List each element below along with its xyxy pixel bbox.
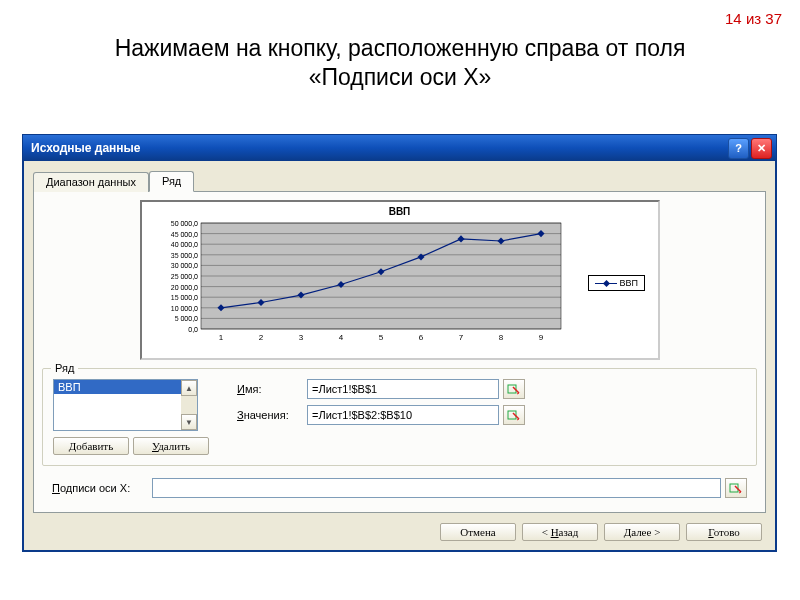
button-row: Отмена < Назад Далее > Готово	[33, 513, 766, 541]
values-range-selector-button[interactable]	[503, 405, 525, 425]
dialog-body: Диапазон данных Ряд ВВП 0,05 000,010 000…	[23, 161, 776, 551]
close-button[interactable]: ✕	[751, 138, 772, 159]
name-range-selector-button[interactable]	[503, 379, 525, 399]
name-input[interactable]	[307, 379, 499, 399]
titlebar[interactable]: Исходные данные ? ✕	[23, 135, 776, 161]
svg-text:5 000,0: 5 000,0	[174, 315, 197, 322]
scroll-down-icon[interactable]: ▼	[181, 414, 197, 430]
scrollbar[interactable]: ▲ ▼	[181, 380, 197, 430]
legend-marker-icon	[595, 283, 617, 284]
series-group: Ряд ВВП ▲ ▼ ДДобавитьобавить	[42, 368, 757, 466]
svg-text:30 000,0: 30 000,0	[170, 262, 197, 269]
svg-text:5: 5	[378, 333, 383, 342]
svg-text:45 000,0: 45 000,0	[170, 231, 197, 238]
cancel-button[interactable]: Отмена	[440, 523, 516, 541]
range-selector-icon	[507, 383, 521, 395]
dialog-window: Исходные данные ? ✕ Диапазон данных Ряд …	[22, 134, 777, 552]
help-button[interactable]: ?	[728, 138, 749, 159]
add-series-button[interactable]: ДДобавитьобавить	[53, 437, 129, 455]
svg-text:10 000,0: 10 000,0	[170, 305, 197, 312]
svg-text:7: 7	[458, 333, 463, 342]
page-number: 14 из 37	[725, 10, 782, 27]
next-button[interactable]: Далее >	[604, 523, 680, 541]
window-title: Исходные данные	[31, 141, 726, 155]
svg-text:20 000,0: 20 000,0	[170, 284, 197, 291]
svg-text:4: 4	[338, 333, 343, 342]
x-axis-labels-label: Подписи оси X:	[52, 482, 152, 494]
svg-text:35 000,0: 35 000,0	[170, 252, 197, 259]
remove-series-button[interactable]: Удалить	[133, 437, 209, 455]
svg-text:6: 6	[418, 333, 423, 342]
x-axis-labels-row: Подписи оси X:	[42, 478, 757, 502]
svg-text:3: 3	[298, 333, 303, 342]
chart-title: ВВП	[146, 206, 654, 217]
tab-series[interactable]: Ряд	[149, 171, 194, 192]
svg-text:50 000,0: 50 000,0	[170, 220, 197, 227]
scroll-track[interactable]	[181, 396, 197, 414]
range-selector-icon	[729, 482, 743, 494]
tab-panel-series: ВВП 0,05 000,010 000,015 000,020 000,025…	[33, 191, 766, 513]
chart-plot: 0,05 000,010 000,015 000,020 000,025 000…	[146, 219, 576, 347]
name-label: Имя:	[237, 383, 307, 395]
values-input[interactable]	[307, 405, 499, 425]
back-button[interactable]: < Назад	[522, 523, 598, 541]
values-label: Значения:	[237, 409, 307, 421]
chart-preview: ВВП 0,05 000,010 000,015 000,020 000,025…	[140, 200, 660, 360]
tab-data-range[interactable]: Диапазон данных	[33, 172, 149, 192]
chart-legend: ВВП	[588, 275, 645, 291]
scroll-up-icon[interactable]: ▲	[181, 380, 197, 396]
svg-text:40 000,0: 40 000,0	[170, 241, 197, 248]
svg-text:25 000,0: 25 000,0	[170, 273, 197, 280]
tabstrip: Диапазон данных Ряд	[33, 169, 766, 191]
svg-text:1: 1	[218, 333, 223, 342]
x-axis-range-selector-button[interactable]	[725, 478, 747, 498]
svg-text:2: 2	[258, 333, 263, 342]
slide-title: Нажимаем на кнопку, расположенную справа…	[60, 34, 740, 92]
series-listbox[interactable]: ВВП ▲ ▼	[53, 379, 198, 431]
svg-text:15 000,0: 15 000,0	[170, 294, 197, 301]
svg-text:9: 9	[538, 333, 543, 342]
svg-text:8: 8	[498, 333, 503, 342]
legend-label: ВВП	[620, 278, 638, 288]
finish-button[interactable]: Готово	[686, 523, 762, 541]
series-group-label: Ряд	[51, 362, 78, 374]
svg-text:0,0: 0,0	[188, 326, 198, 333]
x-axis-labels-input[interactable]	[152, 478, 721, 498]
close-icon: ✕	[757, 142, 766, 155]
series-list-item[interactable]: ВВП	[54, 380, 197, 394]
range-selector-icon	[507, 409, 521, 421]
